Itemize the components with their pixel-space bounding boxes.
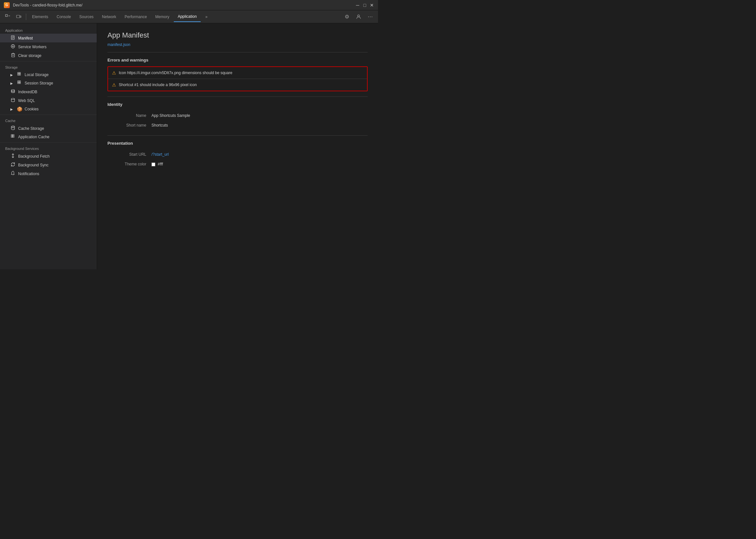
tab-console[interactable]: Console — [53, 12, 75, 22]
svg-rect-27 — [19, 83, 20, 84]
field-row-start-url: Start URL /?start_url — [107, 150, 368, 159]
sidebar-item-manifest-label: Manifest — [18, 36, 33, 40]
sidebar-item-clear-storage-label: Clear storage — [18, 53, 41, 58]
error-text-1: Icon https://i.imgur.com/n5DIt7x.png dim… — [119, 71, 232, 75]
toolbar-separator — [26, 14, 26, 20]
background-fetch-icon — [10, 153, 16, 159]
local-storage-icon — [17, 72, 22, 77]
name-label: Name — [107, 113, 146, 118]
device-toggle-button[interactable] — [14, 12, 24, 22]
svg-rect-24 — [18, 81, 19, 82]
sidebar-section-storage: Storage — [0, 63, 97, 71]
theme-color-label: Theme color — [107, 162, 146, 166]
sidebar-section-cache: Cache — [0, 116, 97, 124]
tab-performance[interactable]: Performance — [121, 12, 151, 22]
app-icon: G — [4, 2, 10, 8]
settings-button[interactable]: ⚙ — [342, 12, 352, 22]
menu-button[interactable]: ⋯ — [365, 12, 376, 22]
page-title: App Manifest — [107, 31, 368, 39]
notifications-icon — [10, 171, 16, 177]
manifest-icon — [10, 35, 16, 41]
field-row-short-name: Short name Shortcuts — [107, 120, 368, 130]
section-divider-3 — [107, 135, 368, 136]
error-text-2: Shortcut #1 should include a 96x96 pixel… — [119, 83, 197, 87]
svg-rect-26 — [18, 83, 19, 84]
cookies-arrow: ▶ — [10, 108, 14, 111]
window-controls: ─ □ ✕ — [355, 3, 374, 7]
close-button[interactable]: ✕ — [370, 3, 374, 7]
sidebar-item-service-workers-label: Service Workers — [18, 45, 46, 49]
sidebar-item-background-sync-label: Background Sync — [18, 163, 48, 167]
sidebar-item-cookies-label: Cookies — [25, 107, 38, 112]
name-value: App Shortcuts Sample — [152, 113, 190, 118]
warning-icon-2: ⚠ — [112, 82, 116, 87]
sidebar-item-clear-storage[interactable]: Clear storage — [0, 51, 97, 60]
window-title: DevTools - candied-flossy-fold.glitch.me… — [13, 3, 352, 7]
svg-rect-25 — [19, 81, 20, 82]
sidebar-item-background-fetch[interactable]: Background Fetch — [0, 152, 97, 161]
account-button[interactable] — [353, 12, 364, 22]
cookies-icon: 🍪 — [17, 107, 22, 112]
cache-storage-icon — [10, 125, 16, 131]
start-url-value[interactable]: /?start_url — [152, 152, 169, 157]
sidebar-item-web-sql[interactable]: Web SQL — [0, 96, 97, 105]
maximize-button[interactable]: □ — [363, 3, 367, 7]
svg-rect-33 — [13, 135, 14, 136]
minimize-button[interactable]: ─ — [355, 3, 360, 7]
sidebar-section-application: Application — [0, 26, 97, 34]
svg-rect-21 — [19, 72, 20, 74]
sidebar-item-notifications[interactable]: Notifications — [0, 169, 97, 178]
manifest-link[interactable]: manifest.json — [107, 42, 130, 47]
more-tabs-button[interactable]: » — [201, 12, 212, 22]
inspect-element-button[interactable] — [3, 12, 13, 22]
svg-point-10 — [12, 46, 14, 47]
sidebar-item-service-workers[interactable]: Service Workers — [0, 42, 97, 51]
svg-rect-20 — [18, 72, 19, 74]
field-row-theme-color: Theme color #fff — [107, 159, 368, 169]
errors-section: Errors and warnings ⚠ Icon https://i.img… — [107, 58, 368, 91]
web-sql-icon — [10, 98, 16, 103]
svg-rect-32 — [11, 135, 12, 136]
sidebar-item-cookies[interactable]: ▶ 🍪 Cookies — [0, 105, 97, 113]
toolbar-right-actions: ⚙ ⋯ — [342, 12, 376, 22]
svg-rect-15 — [12, 54, 15, 57]
tab-sources[interactable]: Sources — [75, 12, 98, 22]
sidebar-item-local-storage[interactable]: ▶ Local Storage — [0, 71, 97, 79]
sidebar-item-background-fetch-label: Background Fetch — [18, 154, 49, 159]
errors-section-title: Errors and warnings — [107, 58, 368, 62]
short-name-value: Shortcuts — [152, 123, 168, 127]
tab-network[interactable]: Network — [98, 12, 120, 22]
tab-memory[interactable]: Memory — [152, 12, 173, 22]
theme-color-value: #fff — [152, 162, 163, 166]
sidebar-item-indexeddb[interactable]: IndexedDB — [0, 87, 97, 96]
error-item-1: ⚠ Icon https://i.imgur.com/n5DIt7x.png d… — [108, 67, 367, 79]
sidebar-item-cache-storage[interactable]: Cache Storage — [0, 124, 97, 133]
svg-point-30 — [11, 126, 15, 127]
svg-rect-3 — [20, 16, 21, 18]
short-name-label: Short name — [107, 123, 146, 127]
sidebar-item-background-sync[interactable]: Background Sync — [0, 161, 97, 169]
sidebar: Application Manifest — [0, 23, 97, 270]
tab-application[interactable]: Application — [174, 12, 201, 22]
devtools-toolbar: Elements Console Sources Network Perform… — [0, 10, 378, 23]
sidebar-item-application-cache[interactable]: Application Cache — [0, 133, 97, 141]
section-divider-1 — [107, 52, 368, 52]
sidebar-item-manifest[interactable]: Manifest — [0, 34, 97, 42]
sidebar-item-web-sql-label: Web SQL — [18, 99, 35, 103]
content-panel: App Manifest manifest.json Errors and wa… — [97, 23, 378, 270]
tab-elements[interactable]: Elements — [28, 12, 52, 22]
svg-point-28 — [11, 90, 15, 91]
clear-storage-icon — [10, 53, 16, 58]
session-storage-arrow: ▶ — [10, 82, 14, 85]
sidebar-item-session-storage[interactable]: ▶ Session Storage — [0, 79, 97, 87]
error-item-2: ⚠ Shortcut #1 should include a 96x96 pix… — [108, 79, 367, 91]
svg-rect-35 — [13, 136, 14, 138]
service-workers-icon — [10, 44, 16, 49]
svg-point-29 — [11, 99, 15, 100]
svg-rect-22 — [18, 74, 19, 75]
svg-rect-23 — [19, 74, 20, 75]
sidebar-item-application-cache-label: Application Cache — [18, 135, 49, 139]
sidebar-divider-3 — [0, 142, 97, 143]
titlebar: G DevTools - candied-flossy-fold.glitch.… — [0, 0, 378, 10]
section-divider-2 — [107, 97, 368, 97]
